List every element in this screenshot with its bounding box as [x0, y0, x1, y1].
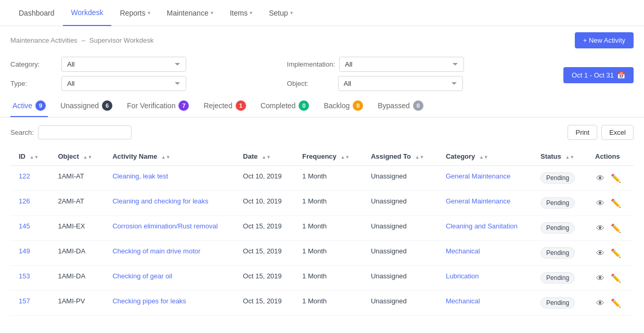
- type-filter-group: Type: All: [10, 76, 266, 91]
- link-cell-id[interactable]: 126: [19, 197, 30, 205]
- category-label: Category:: [10, 60, 57, 68]
- view-button[interactable]: 👁: [595, 273, 606, 284]
- cell-activity-name: Corrosion elimination/Rust removal: [104, 216, 235, 241]
- view-button[interactable]: 👁: [595, 173, 606, 184]
- table-actions: Print Excel: [568, 125, 634, 140]
- link-cell-id[interactable]: 149: [19, 247, 30, 255]
- link-cell-activity-name[interactable]: Cleaning and checking for leaks: [112, 197, 208, 205]
- tab-for-verification[interactable]: For Verification 7: [125, 95, 191, 117]
- view-button[interactable]: 👁: [595, 198, 606, 209]
- link-cell-category[interactable]: Cleaning and Sanitation: [446, 222, 518, 230]
- print-button[interactable]: Print: [568, 125, 597, 140]
- table-row: 1262AMI-ATCleaning and checking for leak…: [10, 191, 634, 216]
- cell-actions: 👁 ✏️: [587, 266, 634, 291]
- link-cell-activity-name[interactable]: Checking of main drive motor: [112, 247, 200, 255]
- table-row: 1531AMI-DAChecking of gear oilOct 15, 20…: [10, 266, 634, 291]
- tab-badge: 6: [102, 100, 112, 111]
- tab-rejected[interactable]: Rejected 1: [201, 95, 248, 117]
- col-id[interactable]: ID ▲▼: [10, 147, 49, 166]
- col-category[interactable]: Category ▲▼: [437, 147, 532, 166]
- nav-item-dashboard[interactable]: Dashboard: [10, 0, 63, 26]
- cell-category: Mechanical: [437, 291, 532, 316]
- cell-date: Oct 10, 2019: [235, 166, 294, 191]
- object-select[interactable]: All: [338, 76, 463, 91]
- category-select[interactable]: All: [61, 57, 186, 72]
- link-cell-category[interactable]: General Maintenance: [446, 197, 510, 205]
- cell-date: Oct 15, 2019: [235, 216, 294, 241]
- view-button[interactable]: 👁: [595, 223, 606, 234]
- cell-object: 1AMI-DA: [49, 266, 104, 291]
- search-input[interactable]: [38, 125, 132, 139]
- link-cell-category[interactable]: Mechanical: [446, 297, 480, 305]
- view-button[interactable]: 👁: [595, 298, 606, 309]
- excel-button[interactable]: Excel: [601, 125, 634, 140]
- col-assigned_to[interactable]: Assigned To ▲▼: [363, 147, 437, 166]
- tab-bypassed[interactable]: Bypassed 0: [376, 95, 425, 117]
- date-range-section: Oct 1 - Oct 31 📅: [563, 65, 634, 83]
- link-cell-activity-name[interactable]: Cleaning, leak test: [112, 172, 168, 180]
- nav-item-setup[interactable]: Setup ▾: [261, 0, 301, 26]
- tab-active[interactable]: Active 9: [10, 95, 48, 117]
- cell-category: General Maintenance: [437, 166, 532, 191]
- tab-unassigned[interactable]: Unassigned 6: [58, 95, 114, 117]
- link-cell-activity-name[interactable]: Checking of gear oil: [112, 272, 172, 280]
- cell-actions: 👁 ✏️: [587, 191, 634, 216]
- col-frequency[interactable]: Frequency ▲▼: [294, 147, 363, 166]
- cell-activity-name: Checking of main drive motor: [104, 241, 235, 266]
- status-badge: Pending: [540, 197, 575, 209]
- link-cell-id[interactable]: 122: [19, 172, 30, 180]
- col-status[interactable]: Status ▲▼: [532, 147, 587, 166]
- link-cell-activity-name[interactable]: Corrosion elimination/Rust removal: [112, 222, 217, 230]
- action-icons: 👁 ✏️: [595, 297, 625, 309]
- col-activity_name[interactable]: Activity Name ▲▼: [104, 147, 235, 166]
- col-object[interactable]: Object ▲▼: [49, 147, 104, 166]
- cell-category: Lubrication: [437, 266, 532, 291]
- cell-id: 145: [10, 216, 49, 241]
- col-date[interactable]: Date ▲▼: [235, 147, 294, 166]
- edit-button[interactable]: ✏️: [610, 197, 622, 209]
- calendar-icon: 📅: [617, 71, 625, 79]
- table-body: 1221AMI-ATCleaning, leak testOct 10, 201…: [10, 166, 634, 316]
- sort-icon-assigned_to: ▲▼: [415, 155, 424, 160]
- nav-item-items[interactable]: Items ▾: [222, 0, 261, 26]
- nav-item-reports[interactable]: Reports ▾: [111, 0, 158, 26]
- link-cell-id[interactable]: 145: [19, 222, 30, 230]
- filters-right: Implementation: All Object: All: [287, 57, 543, 91]
- new-activity-button[interactable]: + New Activity: [575, 32, 634, 48]
- tab-badge: 7: [178, 100, 189, 111]
- link-cell-id[interactable]: 157: [19, 297, 30, 305]
- cell-id: 157: [10, 291, 49, 316]
- cell-id: 149: [10, 241, 49, 266]
- action-icons: 👁 ✏️: [595, 222, 625, 234]
- action-icons: 👁 ✏️: [595, 197, 625, 209]
- table-row: 1571AMI-PVChecking pipes for leaksOct 15…: [10, 291, 634, 316]
- date-range-button[interactable]: Oct 1 - Oct 31 📅: [563, 67, 634, 83]
- cell-category: General Maintenance: [437, 191, 532, 216]
- link-cell-activity-name[interactable]: Checking pipes for leaks: [112, 297, 186, 305]
- table-row: 1491AMI-DAChecking of main drive motorOc…: [10, 241, 634, 266]
- object-filter-group: Object: All: [287, 76, 543, 91]
- implementation-select[interactable]: All: [339, 57, 464, 72]
- link-cell-category[interactable]: General Maintenance: [446, 172, 510, 180]
- cell-actions: 👁 ✏️: [587, 241, 634, 266]
- cell-activity-name: Cleaning and checking for leaks: [104, 191, 235, 216]
- type-select[interactable]: All: [61, 76, 186, 91]
- nav-item-workdesk[interactable]: Workdesk: [63, 0, 112, 26]
- cell-frequency: 1 Month: [294, 166, 363, 191]
- cell-object: 1AMI-DA: [49, 241, 104, 266]
- sort-icon-object: ▲▼: [83, 155, 93, 160]
- view-button[interactable]: 👁: [595, 248, 606, 259]
- edit-button[interactable]: ✏️: [610, 247, 622, 259]
- edit-button[interactable]: ✏️: [610, 272, 622, 284]
- tab-completed[interactable]: Completed 0: [259, 95, 312, 117]
- tabs-section: Active 9Unassigned 6For Verification 7Re…: [0, 95, 644, 118]
- breadcrumb-row: Maintenance Activities – Supervisor Work…: [0, 26, 644, 53]
- link-cell-id[interactable]: 153: [19, 272, 30, 280]
- link-cell-category[interactable]: Mechanical: [446, 247, 480, 255]
- tab-backlog[interactable]: Backlog 0: [321, 95, 365, 117]
- edit-button[interactable]: ✏️: [610, 222, 622, 234]
- link-cell-category[interactable]: Lubrication: [446, 272, 479, 280]
- edit-button[interactable]: ✏️: [610, 297, 622, 309]
- nav-item-maintenance[interactable]: Maintenance ▾: [159, 0, 222, 26]
- edit-button[interactable]: ✏️: [610, 172, 622, 184]
